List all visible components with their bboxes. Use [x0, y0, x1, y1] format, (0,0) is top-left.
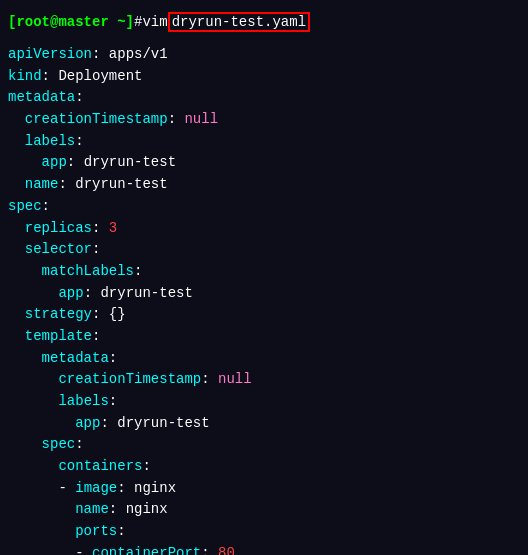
yaml-line: template:	[8, 326, 520, 348]
yaml-line: app: dryrun-test	[8, 152, 520, 174]
vim-filename: dryrun-test.yaml	[168, 12, 310, 32]
yaml-line: - image: nginx	[8, 478, 520, 500]
yaml-line: kind: Deployment	[8, 66, 520, 88]
prompt-user-host: [root@master ~]	[8, 14, 134, 30]
yaml-line: spec:	[8, 196, 520, 218]
yaml-line: ports:	[8, 521, 520, 543]
terminal-window: [root@master ~] # vim dryrun-test.yaml a…	[0, 0, 528, 555]
yaml-line: labels:	[8, 131, 520, 153]
yaml-line: metadata:	[8, 348, 520, 370]
yaml-line: strategy: {}	[8, 304, 520, 326]
yaml-line: creationTimestamp: null	[8, 369, 520, 391]
yaml-line: name: dryrun-test	[8, 174, 520, 196]
yaml-line: apiVersion: apps/v1	[8, 44, 520, 66]
yaml-line: creationTimestamp: null	[8, 109, 520, 131]
yaml-line: app: dryrun-test	[8, 413, 520, 435]
yaml-line: spec:	[8, 434, 520, 456]
yaml-line: matchLabels:	[8, 261, 520, 283]
yaml-line: labels:	[8, 391, 520, 413]
yaml-line: - containerPort: 80	[8, 543, 520, 555]
yaml-line: metadata:	[8, 87, 520, 109]
prompt-line: [root@master ~] # vim dryrun-test.yaml	[0, 8, 528, 36]
yaml-content: apiVersion: apps/v1kind: Deploymentmetad…	[0, 40, 528, 555]
prompt-command-text: vim	[142, 14, 167, 30]
yaml-line: replicas: 3	[8, 218, 520, 240]
yaml-line: selector:	[8, 239, 520, 261]
yaml-line: containers:	[8, 456, 520, 478]
yaml-line: name: nginx	[8, 499, 520, 521]
prompt-hash: #	[134, 14, 142, 30]
yaml-line: app: dryrun-test	[8, 283, 520, 305]
